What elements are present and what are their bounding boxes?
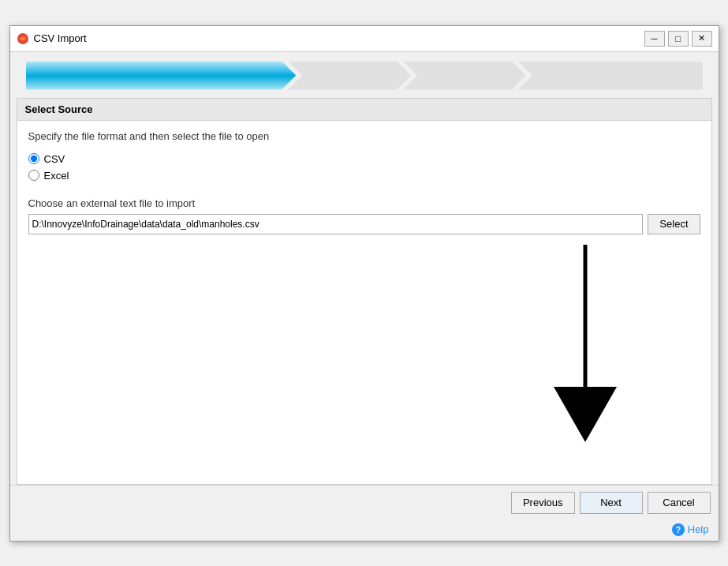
app-icon [17, 32, 29, 45]
arrow-annotation [538, 237, 633, 460]
csv-radio-label[interactable]: CSV [28, 153, 700, 165]
content-panel: Select Source Specify the file format an… [17, 98, 712, 485]
excel-radio[interactable] [28, 170, 39, 181]
titlebar: CSV Import ─ □ ✕ [10, 26, 719, 52]
window-controls: ─ □ ✕ [644, 31, 712, 47]
excel-label: Excel [44, 170, 69, 182]
csv-label: CSV [44, 153, 65, 165]
window-title: CSV Import [34, 32, 640, 44]
section-body: Specify the file format and then select … [17, 121, 711, 484]
help-area: ? Help [10, 520, 719, 541]
footer: Previous Next Cancel [10, 485, 719, 520]
file-row: Select [28, 214, 700, 234]
subtitle-text: Specify the file format and then select … [28, 130, 700, 142]
select-button[interactable]: Select [648, 214, 700, 234]
help-icon: ? [672, 523, 685, 536]
format-radio-group: CSV Excel [28, 153, 700, 182]
progress-step-3 [403, 62, 526, 90]
next-button[interactable]: Next [580, 492, 643, 514]
csv-radio[interactable] [28, 153, 39, 164]
help-link[interactable]: Help [688, 523, 709, 535]
progress-step-4 [518, 62, 703, 90]
previous-button[interactable]: Previous [511, 492, 575, 514]
cancel-button[interactable]: Cancel [648, 492, 711, 514]
section-header: Select Source [17, 99, 711, 121]
svg-marker-2 [554, 387, 617, 442]
main-window: CSV Import ─ □ ✕ Select Source Specify t… [9, 25, 719, 542]
progress-bar [10, 52, 719, 98]
down-arrow-svg [538, 237, 633, 458]
maximize-button[interactable]: □ [668, 31, 689, 47]
file-label: Choose an external text file to import [28, 197, 700, 209]
excel-radio-label[interactable]: Excel [28, 170, 700, 182]
minimize-button[interactable]: ─ [644, 31, 665, 47]
progress-step-2 [288, 62, 411, 90]
progress-step-1 [26, 62, 297, 90]
file-path-input[interactable] [28, 214, 644, 234]
close-button[interactable]: ✕ [692, 31, 712, 47]
